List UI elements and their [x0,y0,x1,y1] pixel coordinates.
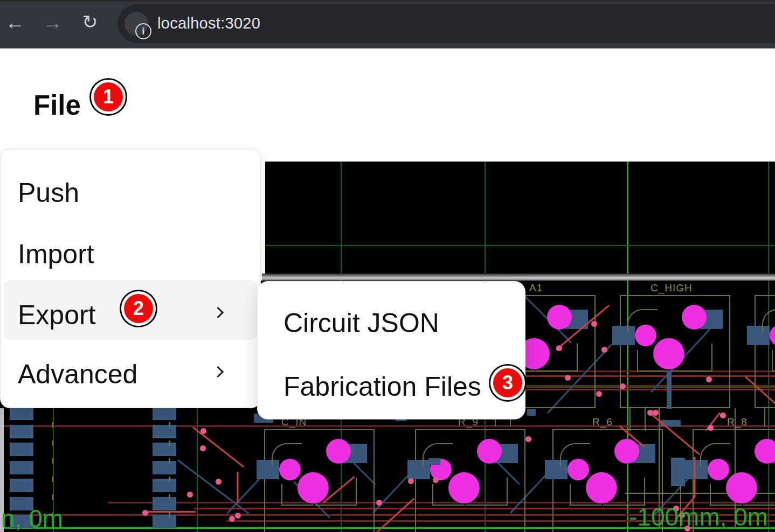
via-dot [200,428,206,434]
pcb-canvas-top[interactable] [265,162,775,274]
pcb-pad [10,479,33,492]
via-dot [187,492,193,498]
trace-red [144,511,196,513]
pcb-pad [667,370,672,409]
pcb-via [568,459,589,480]
silk-line [764,408,765,426]
via-dot [229,516,235,522]
via-dot [708,425,714,431]
silk-tick [52,477,53,482]
via-dot [653,410,659,416]
pcb-pad [671,458,685,486]
silk-tick [169,477,170,482]
file-menu-button[interactable]: File [33,89,81,121]
pcb-component: R_9 [415,429,525,532]
via-dot [376,500,382,506]
menu-item-import[interactable]: Import [18,239,94,270]
trace-red [237,472,239,503]
pcb-pad [527,409,536,416]
pcb-pad [10,443,33,456]
pcb-pad [153,443,176,456]
submenu-item-fabrication-files[interactable]: Fabrication Files [283,371,481,402]
pcb-via [586,472,617,503]
silk-tick [169,422,170,428]
via-dot [200,445,206,451]
back-button[interactable]: ← [5,13,25,32]
annotation-badge-3: 3 [490,366,525,400]
submenu-item-circuit-json[interactable]: Circuit JSON [283,307,439,339]
via-dot [591,321,597,327]
via-dot [433,477,439,483]
browser-toolbar: ← → ↻ i localhost:3020 [0,0,775,48]
silk-tick [52,494,53,500]
pcb-component-label: R_6 [592,416,613,428]
pcb-pad [153,407,176,420]
menu-item-push[interactable]: Push [18,177,79,208]
via-dot [408,478,414,484]
pcb-pad [10,461,33,474]
silk-line [772,350,775,372]
grid-line-h [265,245,775,246]
pcb-via [448,472,480,503]
via-dot [525,436,531,442]
pcb-component [755,295,775,408]
annotation-badge-1: 1 [91,80,126,114]
pcb-pad [153,515,176,528]
url-text[interactable]: localhost:3020 [157,15,260,32]
pcb-component-label: R_8 [727,416,748,428]
pcb-pad [428,458,440,465]
forward-button[interactable]: → [43,13,63,32]
silk-tick [52,458,53,464]
window-top-edge [0,0,775,2]
pcb-component-label: A1 [529,282,543,294]
via-dot [620,383,626,389]
grid-line-v [341,162,342,274]
silk-tick [169,458,170,464]
canvas-divider [262,274,775,281]
file-dropdown-menu: Push Import Export Advanced [0,149,261,408]
silk-tick [169,440,170,446]
via-dot [596,391,602,397]
pcb-component: C_IN [264,429,375,532]
pcb-via [653,338,684,369]
site-info-button[interactable]: i [124,12,148,36]
via-dot [565,375,571,381]
pcb-via [279,459,301,480]
pcb-pad [10,425,33,438]
menu-item-export[interactable]: Export [18,299,96,331]
reload-button[interactable]: ↻ [82,12,98,32]
pcb-via [477,439,502,464]
pcb-pad [153,479,176,492]
pcb-pad [153,461,176,474]
pcb-via [726,472,757,503]
pcb-coordinate-right: -100mm, 0m [629,502,768,531]
chevron-right-icon [212,366,224,377]
pcb-pad [153,497,176,510]
pcb-via [635,325,656,346]
pcb-via [682,305,707,330]
menu-item-advanced[interactable]: Advanced [18,359,137,390]
via-dot [235,513,241,519]
pcb-component: C_HIGH [620,295,730,408]
silk-line [629,408,631,426]
pcb-via [547,305,572,330]
address-bar[interactable]: i localhost:3020 [117,4,775,43]
silk-tick [52,440,53,446]
info-icon: i [135,23,151,39]
silk-tick [169,513,170,518]
via-dot [556,345,562,351]
via-dot [142,510,148,516]
pcb-component-label: C_HIGH [651,282,693,294]
silk-tick [52,422,53,428]
grid-line-v [485,162,486,274]
pcb-pad [153,425,176,438]
pcb-via [708,459,729,480]
trace-red [694,457,696,498]
annotation-badge-2: 2 [121,291,156,326]
pcb-pad [10,407,33,420]
via-dot [706,376,712,382]
grid-line-v [627,162,628,274]
export-submenu: Circuit JSON Fabrication Files [257,281,525,419]
pcb-via [297,472,329,503]
silk-line [645,408,646,426]
